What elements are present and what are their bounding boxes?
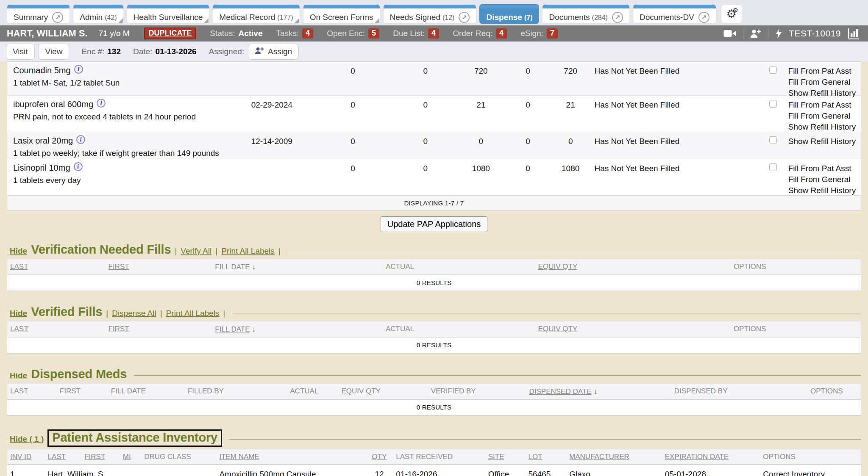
fill-from-general-link[interactable]: Fill From General — [788, 111, 861, 122]
column-header[interactable]: FILLED BY — [185, 387, 270, 396]
column-header: OPTIONS — [639, 325, 861, 334]
view-button[interactable]: View — [39, 44, 70, 60]
select-med-checkbox[interactable] — [769, 66, 777, 74]
settings-button[interactable]: ⚙ ⚙ — [721, 4, 742, 24]
column-header[interactable]: LAST — [7, 263, 106, 271]
column-header[interactable]: ITEM NAME — [216, 453, 365, 461]
hide-link[interactable]: Hide — [10, 309, 27, 318]
hide-link[interactable]: Hide — [10, 246, 27, 256]
popup-icon[interactable]: ↗ — [459, 12, 470, 23]
due-list-count-badge[interactable]: 4 — [428, 28, 439, 39]
table-row: Lisinopril 10mgi 1 tablets every day 0 0… — [7, 159, 861, 196]
divider — [175, 246, 177, 256]
tab-summary[interactable]: Summary ↗ — [7, 4, 70, 24]
tab-dispense[interactable]: Dispense (7) — [479, 4, 539, 24]
print-all-labels-link[interactable]: Print All Labels — [221, 246, 275, 256]
correct-inventory-link[interactable]: Correct Inventory — [760, 470, 861, 476]
column-header[interactable]: MANUFACTURER — [566, 453, 662, 461]
fill-from-pat-asst-link[interactable]: Fill From Pat Asst — [788, 100, 861, 111]
hide-link[interactable]: Hide — [10, 371, 27, 380]
info-icon[interactable]: i — [97, 99, 106, 108]
order-req-count-badge[interactable]: 4 — [496, 28, 507, 39]
column-header[interactable]: FIRST — [57, 387, 108, 396]
tasks-count-badge[interactable]: 4 — [302, 28, 313, 39]
tab-on-screen-forms[interactable]: On Screen Forms — [303, 4, 380, 24]
tab-health-surveillance[interactable]: Health Surveillance — [127, 4, 210, 24]
bar-chart-icon[interactable] — [848, 28, 860, 39]
dispense-all-link[interactable]: Dispense All — [112, 309, 156, 318]
visit-button[interactable]: Visit — [6, 44, 35, 60]
column-header[interactable]: DISPENSED BY — [671, 387, 793, 396]
column-header[interactable]: LAST — [7, 325, 106, 334]
select-med-checkbox[interactable] — [769, 100, 777, 108]
video-camera-icon[interactable] — [723, 29, 736, 38]
update-pap-applications-button[interactable]: Update PAP Applications — [381, 216, 488, 232]
fill-from-pat-asst-link[interactable]: Fill From Pat Asst — [788, 66, 861, 77]
section-rule — [288, 251, 861, 251]
column-header[interactable]: EXPIRATION DATE — [662, 453, 760, 461]
fill-status: Has Not Yet Been Filled — [592, 159, 759, 195]
assign-button[interactable]: Assign — [248, 44, 299, 60]
column-header[interactable]: FILL DATE↓ — [212, 325, 323, 334]
column-header[interactable]: FIRST — [81, 453, 120, 461]
popup-icon[interactable]: ↗ — [698, 12, 709, 23]
info-icon[interactable]: i — [74, 65, 83, 74]
column-header[interactable]: FILL DATE↓ — [212, 263, 323, 271]
verify-all-link[interactable]: Verify All — [181, 246, 211, 256]
column-header[interactable]: DISPENSED DATE↓ — [526, 387, 671, 396]
fill-from-pat-asst-link[interactable]: Fill From Pat Asst — [788, 163, 861, 174]
info-icon[interactable]: i — [74, 162, 83, 171]
column-header[interactable]: QTY — [366, 453, 393, 461]
tab-bar: Summary ↗ Admin (42) Health Surveillance… — [0, 0, 868, 25]
fill-status: Has Not Yet Been Filled — [592, 62, 759, 95]
last-received-cell: 01-16-2026 — [393, 470, 485, 476]
fill-date: 12-14-2009 — [234, 132, 310, 159]
show-refill-history-link[interactable]: Show Refill History — [788, 136, 861, 147]
tab-medical-record[interactable]: Medical Record (177) — [212, 4, 300, 24]
column-header[interactable]: LOT — [525, 453, 566, 461]
person-add-icon — [255, 47, 264, 57]
divider — [743, 28, 743, 39]
popup-icon[interactable]: ↗ — [52, 12, 63, 23]
person-add-icon[interactable] — [750, 29, 761, 38]
select-med-checkbox[interactable] — [769, 163, 777, 171]
column-header[interactable]: VERIFIED BY — [428, 387, 526, 396]
hide-link[interactable]: Hide ( 1 ) — [10, 434, 44, 444]
column-header[interactable]: FIRST — [106, 263, 212, 271]
column-header[interactable]: EQUIV QTY — [338, 387, 428, 396]
patient-name: HART, WILLIAM S. — [7, 28, 88, 39]
fill-from-general-link[interactable]: Fill From General — [788, 77, 861, 88]
tab-admin[interactable]: Admin (42) — [73, 4, 123, 24]
esign-count-badge[interactable]: 7 — [547, 28, 558, 39]
column-header[interactable]: EQUIV QTY — [477, 263, 639, 271]
qty-cell: 21 — [455, 96, 506, 132]
divider — [278, 246, 281, 256]
tab-documents-dv[interactable]: Documents-DV ↗ — [633, 4, 716, 24]
column-header: DRUG CLASS — [141, 453, 216, 461]
column-header[interactable]: MI — [120, 453, 141, 461]
lightning-icon[interactable] — [775, 28, 782, 39]
column-header[interactable]: SITE — [485, 453, 526, 461]
show-refill-history-link[interactable]: Show Refill History — [788, 185, 861, 196]
expiration-date-cell: 05-01-2028 — [662, 470, 760, 476]
column-header[interactable]: FILL DATE — [108, 387, 185, 396]
popup-icon[interactable]: ↗ — [612, 12, 623, 23]
tab-needs-signed[interactable]: Needs Signed (12) ↗ — [383, 4, 477, 24]
tab-documents[interactable]: Documents (284) ↗ — [542, 4, 629, 24]
column-header[interactable]: FIRST — [106, 325, 212, 334]
fill-from-general-link[interactable]: Fill From General — [788, 174, 861, 185]
column-header[interactable]: EQUIV QTY — [477, 325, 639, 334]
duplicate-badge[interactable]: DUPLICATE — [144, 28, 197, 39]
column-header[interactable]: INV ID — [7, 453, 45, 461]
med-name: Lasix oral 20mgi — [13, 136, 234, 146]
print-all-labels-link[interactable]: Print All Labels — [166, 309, 220, 318]
section-rule — [134, 375, 861, 376]
info-icon[interactable]: i — [76, 135, 85, 144]
sort-desc-icon: ↓ — [252, 325, 256, 334]
select-med-checkbox[interactable] — [769, 136, 777, 144]
fill-date — [234, 62, 310, 95]
open-enc-count-badge[interactable]: 5 — [368, 28, 379, 39]
column-header[interactable]: LAST — [7, 387, 57, 396]
show-refill-history-link[interactable]: Show Refill History — [788, 122, 861, 133]
column-header[interactable]: LAST — [45, 453, 82, 461]
